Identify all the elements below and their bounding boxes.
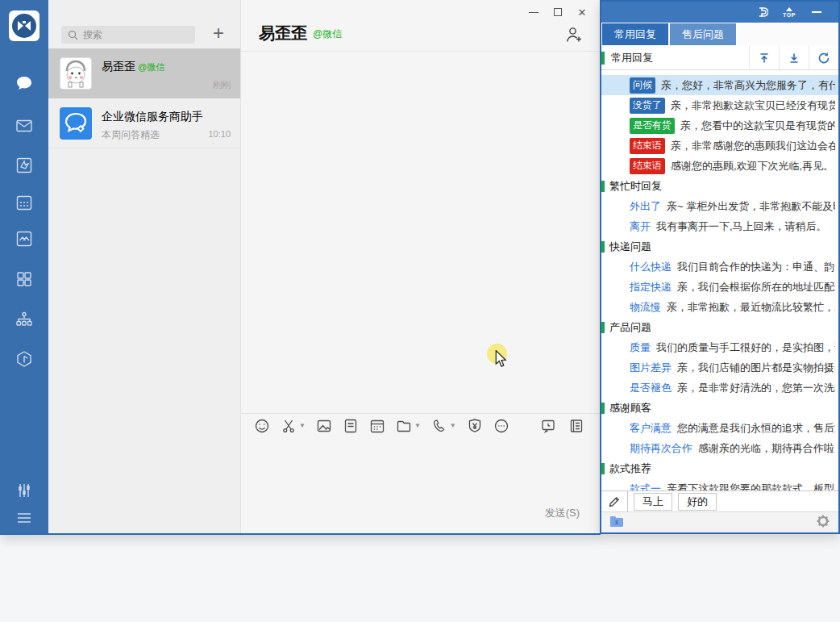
top-pin-icon[interactable]: TOP — [776, 2, 803, 23]
reply-list: 问候亲，您好，非常高兴为您服务了，有什么...没货了亲，非常抱歉这款宝贝已经没有… — [601, 70, 838, 491]
group-title: 繁忙时回复 — [609, 179, 662, 194]
reply-item[interactable]: 图片差异亲，我们店铺的图片都是实物拍摄的... — [601, 357, 838, 378]
reply-item[interactable]: 期待再次合作感谢亲的光临，期待再合作啦!, ... — [601, 438, 838, 458]
quick-phrase-1[interactable]: 马上 — [634, 493, 672, 511]
filter-icon[interactable] — [0, 476, 48, 505]
folder-dropdown-caret[interactable]: ▼ — [414, 422, 421, 429]
chat-item-preview: 本周问答精选 — [102, 128, 160, 142]
chat-list-item[interactable]: 企业微信服务商助手本周问答精选10:10 — [48, 98, 240, 148]
magnet-icon[interactable] — [748, 2, 776, 23]
chat-list-panel: 搜索 + 易歪歪@微信刚刚企业微信服务商助手本周问答精选10:10 — [48, 0, 240, 535]
reply-tag: 结束语 — [630, 138, 665, 154]
reply-tag: 期待再次合作 — [630, 441, 692, 456]
reply-item[interactable]: 质量我们的质量与手工很好的，是实拍图，请... — [601, 337, 838, 357]
cartoon-avatar — [60, 57, 92, 90]
reply-tag: 客户满意 — [630, 421, 672, 436]
group-marker — [601, 403, 605, 414]
panel-section-header: 常用回复 — [601, 46, 838, 70]
reply-item[interactable]: 指定快递亲，我们会根据你所在的地址匹配合... — [601, 277, 838, 297]
calendar-icon[interactable] — [0, 188, 48, 217]
reply-text: 亲看下这款跟您要的那款款式，板型上... — [667, 482, 835, 491]
desktop: 搜索 + 易歪歪@微信刚刚企业微信服务商助手本周问答精选10:10 ✕ 易歪歪@… — [0, 0, 840, 622]
note-icon[interactable] — [343, 418, 359, 434]
folder-blue-icon[interactable] — [609, 515, 624, 531]
workbench-icon[interactable] — [0, 265, 48, 294]
screenshot-dropdown-caret[interactable]: ▼ — [299, 422, 306, 429]
payment-icon[interactable] — [467, 418, 483, 434]
reply-group-header[interactable]: 感谢顾客 — [601, 398, 838, 418]
folder-icon[interactable]: ▼ — [396, 418, 421, 434]
search-input[interactable]: 搜索 — [61, 26, 195, 44]
chat-list-item[interactable]: 易歪歪@微信刚刚 — [48, 48, 240, 98]
emoji-icon[interactable] — [254, 418, 270, 434]
group-title: 款式推荐 — [609, 461, 651, 476]
tab-common-replies[interactable]: 常用回复 — [602, 23, 668, 45]
reply-item[interactable]: 是否有货亲，您看中的这款宝贝是有现货的呢... — [601, 115, 838, 136]
reply-tag: 问候 — [630, 77, 655, 94]
reply-group-header[interactable]: 繁忙时回复 — [601, 176, 838, 196]
chat-icon[interactable] — [0, 69, 48, 98]
reply-item[interactable]: 是否褪色亲，是非常好清洗的，您第一次洗的... — [601, 378, 838, 398]
group-title: 产品问题 — [609, 320, 651, 335]
add-member-icon[interactable] — [565, 26, 583, 47]
add-chat-button[interactable]: + — [206, 19, 231, 47]
reply-item[interactable]: 没货了亲，非常抱歉这款宝贝已经没有现货了... — [601, 95, 838, 115]
docs-icon[interactable] — [0, 151, 48, 180]
reply-group-header[interactable]: 产品问题 — [601, 317, 838, 337]
reply-item[interactable]: 离开我有事离开一下,马上回来，请稍后。 — [601, 216, 838, 236]
tab-aftersale-questions[interactable]: 售后问题 — [670, 23, 736, 45]
reply-item[interactable]: 什么快递我们目前合作的快递为：申通、韵达... — [601, 257, 838, 277]
panel-titlebar: TOP — [601, 2, 838, 23]
wechat-work-window: 搜索 + 易歪歪@微信刚刚企业微信服务商助手本周问答精选10:10 ✕ 易歪歪@… — [0, 0, 601, 535]
reply-text: 感谢亲的光临，期待再合作啦!, ... — [698, 441, 835, 456]
chat-header: 易歪歪@微信 — [241, 0, 601, 52]
contacts-icon[interactable] — [0, 305, 48, 334]
app-logo — [9, 10, 40, 41]
reply-item[interactable]: 外出了亲~ 掌柜外出发货，非常抱歉不能及时... — [601, 196, 838, 216]
phone-icon[interactable]: ▼ — [431, 418, 456, 434]
chat-history-icon[interactable] — [540, 418, 556, 434]
more-icon[interactable] — [493, 418, 509, 434]
reply-item[interactable]: 物流慢亲，非常抱歉，最近物流比较繁忙，发... — [601, 297, 838, 317]
send-button[interactable]: 发送(S) — [545, 506, 580, 520]
reply-tag: 是否褪色 — [630, 381, 672, 395]
article-icon[interactable] — [568, 418, 584, 434]
reply-item[interactable]: 问候亲，您好，非常高兴为您服务了，有什么... — [601, 75, 838, 95]
pencil-icon[interactable] — [601, 491, 628, 511]
reply-tag: 是否有货 — [630, 118, 675, 134]
wecom-avatar — [60, 107, 92, 140]
reply-tag: 指定快递 — [630, 280, 672, 294]
quick-phrase-2[interactable]: 好的 — [678, 493, 717, 511]
reply-group-header[interactable]: 款式推荐 — [601, 458, 838, 478]
menu-icon[interactable] — [0, 503, 48, 532]
scroll-bottom-icon[interactable] — [779, 46, 809, 69]
reply-group-header[interactable]: 快递问题 — [601, 236, 838, 257]
apps-icon[interactable] — [0, 344, 48, 374]
reply-item[interactable]: 客户满意您的满意是我们永恒的追求，售后如... — [601, 418, 838, 438]
reply-item[interactable]: 结束语感谢您的惠顾,欢迎下次光临,再见。 — [601, 156, 838, 176]
drive-icon[interactable] — [0, 224, 48, 253]
reply-text: 感谢您的惠顾,欢迎下次光临,再见。 — [671, 159, 834, 173]
search-placeholder: 搜索 — [83, 28, 102, 42]
reply-text: 亲，您看中的这款宝贝是有现货的呢... — [680, 119, 835, 133]
chat-main-panel: ✕ 易歪歪@微信 ▼ ▼ ▼ — [240, 0, 601, 533]
reply-item[interactable]: 结束语亲，非常感谢您的惠顾我们这边会在第... — [601, 136, 838, 156]
scroll-top-icon[interactable] — [749, 46, 779, 69]
chat-item-name: 易歪歪@微信 — [102, 60, 164, 74]
reply-text: 我有事离开一下,马上回来，请稍后。 — [656, 219, 827, 234]
chat-title-badge: @微信 — [313, 28, 342, 40]
section-title: 常用回复 — [611, 51, 749, 65]
reply-item[interactable]: 款式一亲看下这款跟您要的那款款式，板型上... — [601, 478, 838, 491]
refresh-icon[interactable] — [809, 46, 838, 69]
phone-dropdown-caret[interactable]: ▼ — [450, 422, 456, 429]
group-title: 感谢顾客 — [609, 401, 651, 415]
mail-icon[interactable] — [0, 111, 48, 140]
image-icon[interactable] — [316, 418, 332, 434]
chat-item-time: 刚刚 — [213, 79, 231, 91]
screenshot-icon[interactable]: ▼ — [281, 418, 306, 434]
schedule-icon[interactable] — [369, 418, 385, 434]
panel-minimize-icon[interactable] — [803, 2, 830, 23]
reply-text: 亲~ 掌柜外出发货，非常抱歉不能及时... — [667, 199, 835, 214]
chat-item-name: 企业微信服务商助手 — [102, 110, 203, 124]
gear-icon[interactable] — [816, 514, 830, 532]
